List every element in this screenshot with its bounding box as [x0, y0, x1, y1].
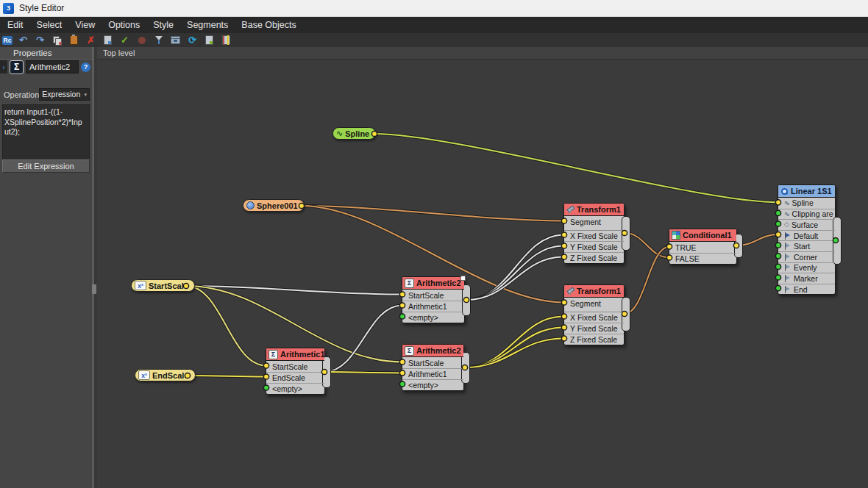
menu-select[interactable]: Select	[30, 17, 69, 33]
node-name-row: › Σ Arithmetic2 ?	[0, 60, 90, 74]
node-header[interactable]: ΣArithmetic2	[402, 277, 464, 290]
splitter-handle[interactable]	[92, 284, 96, 294]
menu-view[interactable]: View	[68, 17, 102, 33]
paste-modifier-icon[interactable]	[102, 35, 114, 46]
node-arithmetic2-bottom[interactable]: ΣArithmetic2StartScaleArithmetic1<empty>	[402, 344, 464, 391]
input-label: Evenly	[794, 263, 817, 272]
menu-style[interactable]: Style	[146, 17, 180, 33]
menu-edit[interactable]: Edit	[1, 17, 30, 33]
input-row[interactable]: ∿Spline	[778, 198, 835, 209]
input-row[interactable]: ∿Clipping are	[778, 209, 835, 220]
input-row[interactable]: StartScale	[402, 357, 463, 368]
edge-spline-to-linear_1s1	[374, 134, 778, 202]
input-row[interactable]: Corner	[778, 251, 835, 262]
x-squared-icon: x²	[135, 281, 146, 290]
sigma-icon: Σ	[268, 350, 278, 359]
refresh-icon[interactable]: ⟳	[186, 35, 199, 46]
input-row[interactable]: Start	[778, 240, 835, 251]
flag-icon	[784, 286, 791, 293]
node-header[interactable]: Transform1	[564, 285, 624, 298]
node-arithmetic1[interactable]: ΣArithmetic1StartScaleEndScale<empty>	[266, 348, 325, 395]
edge-arithmetic2_top-to-transform1_top	[466, 235, 564, 301]
input-row[interactable]: End	[778, 284, 835, 295]
node-arithmetic2-top[interactable]: ΣArithmetic2StartScaleArithmetic1<empty>	[402, 276, 465, 323]
input-row[interactable]: Segment	[564, 298, 624, 309]
input-label: X Fixed Scale	[570, 232, 618, 240]
node-title: Transform1	[577, 205, 621, 214]
collapse-button[interactable]: ›	[0, 60, 7, 73]
panel-divider[interactable]	[93, 47, 97, 488]
magnifier-icon	[780, 187, 789, 195]
geometry-icon	[246, 201, 255, 209]
flag-icon	[784, 243, 791, 250]
report-icon[interactable]	[220, 35, 232, 46]
input-row[interactable]: Arithmetic1	[402, 301, 464, 312]
input-row[interactable]: Marker	[778, 273, 835, 284]
edge-arithmetic2_bottom-to-transform1_bottom	[465, 317, 564, 368]
node-startscale[interactable]: x²StartScale	[131, 279, 195, 292]
input-row[interactable]: Z Fixed Scale	[564, 334, 624, 345]
input-row[interactable]: Segment	[564, 216, 624, 227]
node-title: Arithmetic2	[416, 346, 461, 355]
input-row[interactable]: EndScale	[266, 372, 324, 383]
delete-icon[interactable]: ✗	[85, 35, 97, 46]
node-linear-1s1[interactable]: Linear 1S1∿Spline∿Clipping are◇SurfaceDe…	[778, 184, 836, 295]
input-row[interactable]: X Fixed Scale	[564, 230, 624, 241]
copy-icon[interactable]	[51, 35, 63, 46]
edit-expression-button[interactable]: Edit Expression	[2, 159, 90, 173]
node-header[interactable]: Transform1	[564, 204, 624, 216]
input-row[interactable]: StartScale	[266, 361, 324, 372]
node-header[interactable]: Linear 1S1	[778, 185, 835, 198]
operation-select[interactable]: Expression ▾	[39, 88, 90, 101]
input-label: Start	[794, 242, 810, 251]
input-row[interactable]: Evenly	[778, 262, 835, 273]
input-row[interactable]: TRUE	[669, 242, 736, 253]
node-sphere001[interactable]: Sphere001	[243, 199, 305, 212]
undo-icon[interactable]: ↶	[17, 35, 29, 46]
commit-check-icon[interactable]: ✓	[118, 35, 131, 46]
filter-icon[interactable]	[152, 35, 165, 46]
menu-base-objects[interactable]: Base Objects	[235, 17, 302, 33]
expression-field[interactable]: return Input1-((1- XSplinePosition*2)*In…	[2, 104, 90, 162]
node-conditional1[interactable]: Conditional1TRUEFALSE	[669, 229, 737, 265]
menu-segments[interactable]: Segments	[180, 17, 235, 33]
archive-icon[interactable]	[169, 35, 182, 46]
help-icon[interactable]: ?	[81, 62, 90, 72]
input-row[interactable]: Arithmetic1	[402, 368, 463, 379]
redo-icon[interactable]: ↷	[34, 35, 46, 46]
input-label: Y Fixed Scale	[570, 324, 618, 333]
node-graph[interactable]: ∿SplineSphere001x²StartScalex²EndScaleΣA…	[96, 60, 868, 488]
input-row[interactable]: Default	[778, 230, 835, 241]
input-row[interactable]: StartScale	[402, 290, 464, 301]
input-label: FALSE	[675, 254, 700, 263]
paste-icon[interactable]	[68, 35, 80, 46]
node-header[interactable]: ΣArithmetic2	[402, 345, 463, 357]
input-row[interactable]: <empty>	[402, 312, 464, 323]
input-row[interactable]: Z Fixed Scale	[564, 252, 624, 263]
input-row[interactable]: Y Fixed Scale	[564, 241, 624, 252]
input-row[interactable]: FALSE	[669, 253, 736, 264]
input-row[interactable]: <empty>	[402, 379, 463, 390]
node-title: Transform1	[577, 287, 621, 295]
input-label: Corner	[794, 253, 817, 262]
node-title: Spline	[345, 129, 369, 138]
breadcrumb: Top level	[96, 47, 868, 60]
snapshot-icon[interactable]	[203, 35, 216, 46]
input-row[interactable]: Y Fixed Scale	[564, 323, 624, 334]
sigma-icon: Σ	[405, 279, 414, 288]
record-icon[interactable]	[135, 35, 148, 46]
input-row[interactable]: ◇Surface	[778, 219, 835, 230]
input-row[interactable]: X Fixed Scale	[564, 312, 624, 323]
node-header[interactable]: Conditional1	[669, 229, 736, 242]
operation-value: Expression	[42, 89, 80, 100]
node-transform1-bottom[interactable]: Transform1SegmentX Fixed ScaleY Fixed Sc…	[563, 284, 625, 345]
node-name-field[interactable]: Arithmetic2	[26, 60, 79, 73]
node-spline[interactable]: ∿Spline	[332, 127, 376, 140]
menu-options[interactable]: Options	[102, 17, 146, 33]
node-transform1-top[interactable]: Transform1SegmentX Fixed ScaleY Fixed Sc…	[563, 203, 625, 264]
node-header[interactable]: ΣArithmetic1	[266, 348, 324, 361]
input-row[interactable]: <empty>	[266, 383, 324, 394]
rc-badge-icon[interactable]: Rc	[2, 36, 13, 45]
properties-panel: Properties › Σ Arithmetic2 ? Operation E…	[0, 47, 93, 488]
node-endscale[interactable]: x²EndScale	[135, 369, 196, 381]
